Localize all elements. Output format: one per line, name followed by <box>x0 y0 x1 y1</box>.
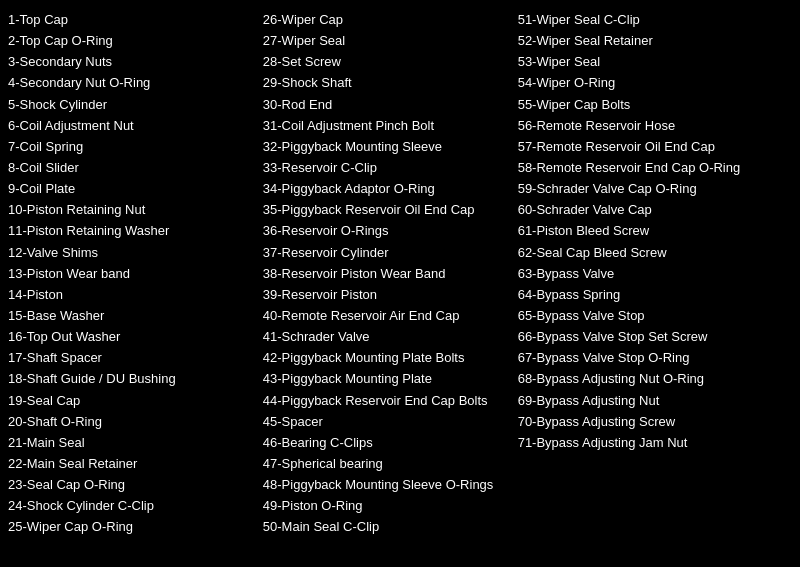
list-item: 62-Seal Cap Bleed Screw <box>518 243 792 263</box>
list-item: 16-Top Out Washer <box>8 327 259 347</box>
list-item: 21-Main Seal <box>8 433 259 453</box>
list-item: 39-Reservoir Piston <box>263 285 514 305</box>
list-item: 54-Wiper O-Ring <box>518 73 792 93</box>
list-item: 18-Shaft Guide / DU Bushing <box>8 369 259 389</box>
list-item: 68-Bypass Adjusting Nut O-Ring <box>518 369 792 389</box>
list-item: 13-Piston Wear band <box>8 264 259 284</box>
list-item: 47-Spherical bearing <box>263 454 514 474</box>
list-item: 52-Wiper Seal Retainer <box>518 31 792 51</box>
list-item: 36-Reservoir O-Rings <box>263 221 514 241</box>
list-item: 14-Piston <box>8 285 259 305</box>
list-item: 15-Base Washer <box>8 306 259 326</box>
list-item: 28-Set Screw <box>263 52 514 72</box>
list-item: 66-Bypass Valve Stop Set Screw <box>518 327 792 347</box>
parts-column-2: 26-Wiper Cap27-Wiper Seal28-Set Screw29-… <box>263 10 518 557</box>
list-item: 27-Wiper Seal <box>263 31 514 51</box>
list-item: 35-Piggyback Reservoir Oil End Cap <box>263 200 514 220</box>
list-item: 11-Piston Retaining Washer <box>8 221 259 241</box>
list-item: 56-Remote Reservoir Hose <box>518 116 792 136</box>
list-item: 44-Piggyback Reservoir End Cap Bolts <box>263 391 514 411</box>
list-item: 42-Piggyback Mounting Plate Bolts <box>263 348 514 368</box>
list-item: 22-Main Seal Retainer <box>8 454 259 474</box>
list-item: 50-Main Seal C-Clip <box>263 517 514 537</box>
list-item: 70-Bypass Adjusting Screw <box>518 412 792 432</box>
list-item: 41-Schrader Valve <box>263 327 514 347</box>
list-item: 60-Schrader Valve Cap <box>518 200 792 220</box>
list-item: 8-Coil Slider <box>8 158 259 178</box>
list-item: 3-Secondary Nuts <box>8 52 259 72</box>
list-item: 12-Valve Shims <box>8 243 259 263</box>
list-item: 7-Coil Spring <box>8 137 259 157</box>
list-item: 37-Reservoir Cylinder <box>263 243 514 263</box>
parts-list: 1-Top Cap2-Top Cap O-Ring3-Secondary Nut… <box>0 0 800 567</box>
list-item: 33-Reservoir C-Clip <box>263 158 514 178</box>
list-item: 34-Piggyback Adaptor O-Ring <box>263 179 514 199</box>
list-item: 20-Shaft O-Ring <box>8 412 259 432</box>
list-item: 58-Remote Reservoir End Cap O-Ring <box>518 158 792 178</box>
list-item: 51-Wiper Seal C-Clip <box>518 10 792 30</box>
list-item: 17-Shaft Spacer <box>8 348 259 368</box>
list-item: 43-Piggyback Mounting Plate <box>263 369 514 389</box>
list-item: 2-Top Cap O-Ring <box>8 31 259 51</box>
list-item: 19-Seal Cap <box>8 391 259 411</box>
list-item: 6-Coil Adjustment Nut <box>8 116 259 136</box>
list-item: 29-Shock Shaft <box>263 73 514 93</box>
parts-column-1: 1-Top Cap2-Top Cap O-Ring3-Secondary Nut… <box>8 10 263 557</box>
list-item: 61-Piston Bleed Screw <box>518 221 792 241</box>
list-item: 23-Seal Cap O-Ring <box>8 475 259 495</box>
list-item: 40-Remote Reservoir Air End Cap <box>263 306 514 326</box>
list-item: 1-Top Cap <box>8 10 259 30</box>
list-item: 38-Reservoir Piston Wear Band <box>263 264 514 284</box>
list-item: 65-Bypass Valve Stop <box>518 306 792 326</box>
list-item: 30-Rod End <box>263 95 514 115</box>
list-item: 10-Piston Retaining Nut <box>8 200 259 220</box>
list-item: 4-Secondary Nut O-Ring <box>8 73 259 93</box>
list-item: 53-Wiper Seal <box>518 52 792 72</box>
list-item: 55-Wiper Cap Bolts <box>518 95 792 115</box>
list-item: 9-Coil Plate <box>8 179 259 199</box>
list-item: 59-Schrader Valve Cap O-Ring <box>518 179 792 199</box>
parts-column-3: 51-Wiper Seal C-Clip52-Wiper Seal Retain… <box>518 10 792 557</box>
list-item: 69-Bypass Adjusting Nut <box>518 391 792 411</box>
list-item: 46-Bearing C-Clips <box>263 433 514 453</box>
list-item: 25-Wiper Cap O-Ring <box>8 517 259 537</box>
list-item: 48-Piggyback Mounting Sleeve O-Rings <box>263 475 514 495</box>
list-item: 45-Spacer <box>263 412 514 432</box>
list-item: 63-Bypass Valve <box>518 264 792 284</box>
list-item: 32-Piggyback Mounting Sleeve <box>263 137 514 157</box>
list-item: 49-Piston O-Ring <box>263 496 514 516</box>
list-item: 31-Coil Adjustment Pinch Bolt <box>263 116 514 136</box>
list-item: 71-Bypass Adjusting Jam Nut <box>518 433 792 453</box>
list-item: 26-Wiper Cap <box>263 10 514 30</box>
list-item: 24-Shock Cylinder C-Clip <box>8 496 259 516</box>
list-item: 5-Shock Cylinder <box>8 95 259 115</box>
list-item: 64-Bypass Spring <box>518 285 792 305</box>
list-item: 67-Bypass Valve Stop O-Ring <box>518 348 792 368</box>
list-item: 57-Remote Reservoir Oil End Cap <box>518 137 792 157</box>
